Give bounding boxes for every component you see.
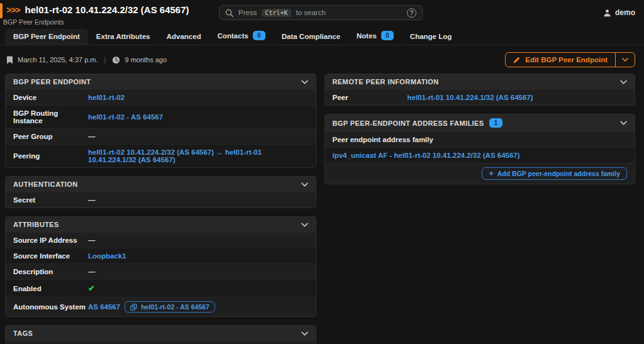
- field-label: BGP Routing Instance: [13, 109, 88, 125]
- field-label: Device: [13, 94, 88, 101]
- panel-title: TAGS: [13, 330, 33, 337]
- page-title: hel01-rt-02 10.41.224.2/32 (AS 64567): [25, 4, 189, 15]
- field-row-description: Description—: [6, 264, 316, 279]
- field-row: No tags assigned: [6, 341, 316, 344]
- tab-label: Advanced: [167, 33, 201, 40]
- collapse-chevron-icon[interactable]: [620, 80, 627, 84]
- collapse-chevron-icon[interactable]: [620, 121, 627, 125]
- tab-data-compliance[interactable]: Data Compliance: [274, 29, 348, 45]
- field-row-source-interface: Source InterfaceLoopback1: [6, 248, 316, 264]
- user-menu[interactable]: demo: [603, 8, 635, 17]
- field-row: +Add BGP peer-endpoint address family: [325, 163, 635, 184]
- user-icon: [603, 9, 611, 17]
- copy-icon: [130, 304, 137, 311]
- field-value: —: [88, 236, 308, 244]
- panel-count-badge: 1: [489, 118, 502, 128]
- field-row-secret: Secret—: [6, 192, 316, 208]
- panel-title: BGP PEER ENDPOINT: [13, 78, 91, 86]
- search-icon: [225, 9, 233, 17]
- pencil-icon: [513, 56, 521, 64]
- inherited-from-badge[interactable]: hel01-rt-02 - AS 64567: [125, 301, 215, 313]
- value-link[interactable]: hel01-rt-02 - AS 64567: [88, 113, 163, 121]
- field-value: —: [88, 133, 308, 140]
- edit-button-group: Edit BGP Peer Endpoint: [505, 52, 635, 67]
- field-label: Source IP Address: [13, 236, 88, 244]
- sidebar-accent-strip: [0, 3, 3, 18]
- field-value: +Add BGP peer-endpoint address family: [333, 167, 628, 180]
- field-row-peer-group: Peer Group—: [6, 128, 316, 144]
- nautobot-logo-icon[interactable]: >>>: [6, 5, 20, 15]
- bookmark-icon: [6, 56, 13, 64]
- value-link[interactable]: hel01-rt-02 10.41.224.2/32 (AS 64567) ↔ …: [88, 148, 308, 164]
- edit-button-label: Edit BGP Peer Endpoint: [525, 56, 608, 64]
- field-row-peering: Peeringhel01-rt-02 10.41.224.2/32 (AS 64…: [6, 144, 316, 167]
- check-icon: ✔: [88, 284, 95, 293]
- panel-title: AUTHENTICATION: [13, 180, 78, 188]
- edit-dropdown-toggle[interactable]: [615, 53, 635, 67]
- field-value: AS 64567hel01-rt-02 - AS 64567: [88, 301, 308, 313]
- meta-bar: March 11, 2025, 4:37 p.m. | 9 months ago…: [0, 45, 644, 73]
- global-search-input[interactable]: Press Ctrl+K to search ?: [219, 5, 423, 20]
- empty-value-dash: —: [88, 236, 96, 244]
- tab-extra-attributes[interactable]: Extra Attributes: [88, 29, 158, 45]
- add-bgp-peer-endpoint-address-family-button[interactable]: +Add BGP peer-endpoint address family: [482, 167, 627, 180]
- field-row-source-ip-address: Source IP Address—: [6, 232, 316, 248]
- empty-value-dash: —: [88, 268, 96, 275]
- field-value: ✔: [88, 284, 308, 293]
- panel-header: ATTRIBUTES: [6, 217, 316, 232]
- field-label: Peer: [333, 94, 408, 101]
- field-value: Peer endpoint address family: [333, 136, 628, 143]
- search-placeholder-suffix: to search: [296, 9, 326, 16]
- help-icon[interactable]: ?: [407, 8, 416, 18]
- field-row: Peer endpoint address family: [325, 131, 635, 147]
- field-label: Peering: [13, 152, 88, 160]
- empty-value-dash: —: [88, 196, 96, 204]
- field-label: Description: [13, 268, 88, 275]
- field-value: hel01-rt-01 10.41.224.1/32 (AS 64567): [408, 94, 628, 101]
- address-family-link[interactable]: ipv4_unicast AF - hel01-rt-02 10.41.224.…: [333, 152, 520, 159]
- tab-label: Extra Attributes: [96, 33, 150, 40]
- collapse-chevron-icon[interactable]: [301, 80, 308, 84]
- panel-attributes: ATTRIBUTESSource IP Address—Source Inter…: [5, 216, 316, 317]
- value-link[interactable]: Loopback1: [88, 252, 126, 260]
- tab-advanced[interactable]: Advanced: [158, 29, 209, 45]
- field-label: Secret: [13, 196, 88, 204]
- field-label: Enabled: [13, 285, 88, 292]
- field-value: hel01-rt-02 - AS 64567: [88, 113, 308, 121]
- search-placeholder-prefix: Press: [238, 9, 257, 16]
- panel-header: BGP PEER-ENDPOINT ADDRESS FAMILIES1: [325, 114, 635, 131]
- collapse-chevron-icon[interactable]: [301, 331, 308, 336]
- panel-tags: TAGSNo tags assigned: [5, 325, 316, 344]
- table-column-header: Peer endpoint address family: [333, 136, 433, 143]
- breadcrumb: BGP Peer Endpoints: [3, 18, 64, 26]
- plus-icon: +: [489, 170, 494, 177]
- value-link[interactable]: hel01-rt-01 10.41.224.1/32 (AS 64567): [408, 94, 533, 101]
- field-row-bgp-routing-instance: BGP Routing Instancehel01-rt-02 - AS 645…: [6, 105, 316, 128]
- field-value: Loopback1: [88, 252, 308, 260]
- content-area: BGP PEER ENDPOINTDevicehel01-rt-02BGP Ro…: [0, 73, 644, 344]
- tab-count-badge: 0: [381, 31, 394, 40]
- tab-change-log[interactable]: Change Log: [402, 29, 460, 45]
- inherited-from-label: hel01-rt-02 - AS 64567: [141, 303, 209, 311]
- field-value: ipv4_unicast AF - hel01-rt-02 10.41.224.…: [333, 152, 628, 159]
- panel-header: BGP PEER ENDPOINT: [6, 74, 316, 89]
- tab-label: Notes: [357, 32, 377, 40]
- tab-count-badge: 0: [253, 31, 265, 40]
- tab-contacts[interactable]: Contacts0: [209, 27, 274, 45]
- value-link[interactable]: hel01-rt-02: [88, 94, 125, 101]
- value-link[interactable]: AS 64567: [88, 303, 120, 311]
- collapse-chevron-icon[interactable]: [301, 223, 308, 227]
- edit-bgp-peer-endpoint-button[interactable]: Edit BGP Peer Endpoint: [506, 53, 615, 67]
- tab-notes[interactable]: Notes0: [348, 27, 402, 45]
- created-date: March 11, 2025, 4:37 p.m.: [18, 56, 98, 64]
- field-row-device: Devicehel01-rt-02: [6, 89, 316, 105]
- field-value: hel01-rt-02 10.41.224.2/32 (AS 64567) ↔ …: [88, 148, 308, 164]
- panel-header: REMOTE PEER INFORMATION: [325, 74, 635, 89]
- panel-bgp-peer-endpoint-address-families: BGP PEER-ENDPOINT ADDRESS FAMILIES1Peer …: [325, 114, 636, 184]
- collapse-chevron-icon[interactable]: [301, 182, 308, 187]
- user-name: demo: [615, 8, 635, 17]
- last-updated: 9 months ago: [125, 56, 167, 64]
- panel-title: BGP PEER-ENDPOINT ADDRESS FAMILIES: [333, 119, 484, 127]
- tab-label: Change Log: [410, 33, 452, 40]
- tab-bgp-peer-endpoint[interactable]: BGP Peer Endpoint: [5, 29, 88, 45]
